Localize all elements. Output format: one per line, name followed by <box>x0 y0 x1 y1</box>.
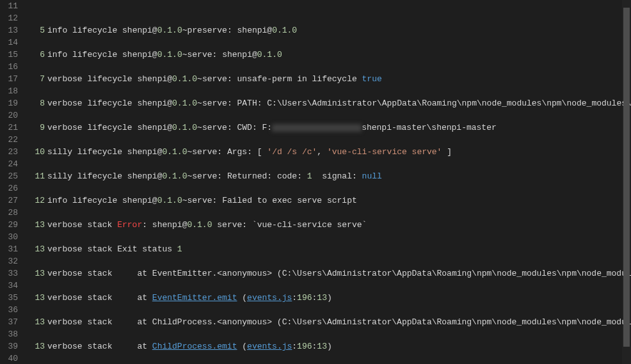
log-line: 13verbose stack Exit status 1 <box>32 243 631 255</box>
log-line: 5info lifecycle shenpi@0.1.0~preserve: s… <box>32 24 631 36</box>
log-line: 7verbose lifecycle shenpi@0.1.0~serve: u… <box>32 73 631 85</box>
line-number: 15 <box>0 49 18 61</box>
line-number: 39 <box>0 340 18 352</box>
line-number: 17 <box>0 73 18 85</box>
log-line: 13verbose stack at ChildProcess.emit (ev… <box>32 340 631 352</box>
line-number: 13 <box>0 24 18 36</box>
scroll-thumb[interactable] <box>623 8 630 347</box>
line-number: 14 <box>0 36 18 49</box>
line-number: 21 <box>0 122 18 134</box>
line-number: 11 <box>0 0 18 12</box>
line-number: 12 <box>0 12 18 24</box>
log-line: 13verbose stack Error: shenpi@0.1.0 serv… <box>32 219 631 231</box>
line-number: 29 <box>0 219 18 231</box>
log-line: 9verbose lifecycle shenpi@0.1.0~serve: C… <box>32 122 631 134</box>
line-number: 28 <box>0 207 18 219</box>
line-number: 31 <box>0 243 18 255</box>
line-number: 34 <box>0 280 18 292</box>
log-line: 8verbose lifecycle shenpi@0.1.0~serve: P… <box>32 97 631 109</box>
line-number: 38 <box>0 328 18 340</box>
line-number: 22 <box>0 134 18 146</box>
line-number: 27 <box>0 194 18 207</box>
line-number-gutter: 1112131415161718192021222324252627282930… <box>0 0 32 364</box>
line-number: 20 <box>0 109 18 122</box>
line-number: 18 <box>0 85 18 97</box>
line-number: 19 <box>0 97 18 109</box>
line-number: 32 <box>0 255 18 267</box>
line-number: 24 <box>0 158 18 170</box>
log-line: 11silly lifecycle shenpi@0.1.0~serve: Re… <box>32 170 631 182</box>
line-number: 23 <box>0 146 18 158</box>
line-number: 33 <box>0 267 18 280</box>
line-number: 35 <box>0 292 18 304</box>
line-number: 30 <box>0 231 18 243</box>
vertical-scrollbar[interactable] <box>622 0 631 364</box>
line-number: 37 <box>0 316 18 328</box>
log-line: 10silly lifecycle shenpi@0.1.0~serve: Ar… <box>32 146 631 158</box>
log-line: 13verbose stack at EventEmitter.emit (ev… <box>32 292 631 304</box>
code-editor[interactable]: 1112131415161718192021222324252627282930… <box>0 0 631 364</box>
editor-content[interactable]: 5info lifecycle shenpi@0.1.0~preserve: s… <box>32 0 631 364</box>
line-number: 40 <box>0 352 18 364</box>
log-line: 13verbose stack at ChildProcess.<anonymo… <box>32 316 631 328</box>
line-number: 25 <box>0 170 18 182</box>
log-line: 13verbose stack at EventEmitter.<anonymo… <box>32 267 631 280</box>
line-number: 36 <box>0 304 18 316</box>
line-number: 26 <box>0 182 18 194</box>
log-line: 6info lifecycle shenpi@0.1.0~serve: shen… <box>32 49 631 61</box>
line-number: 16 <box>0 61 18 73</box>
log-line: 12info lifecycle shenpi@0.1.0~serve: Fai… <box>32 194 631 207</box>
